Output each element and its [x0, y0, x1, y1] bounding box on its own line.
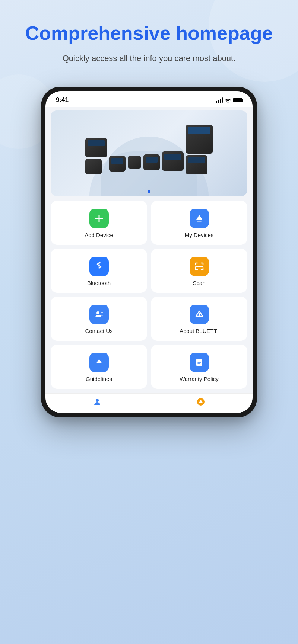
bluetooth-icon-wrap [89, 257, 109, 276]
scan-label: Scan [193, 280, 205, 286]
device-item [162, 151, 184, 171]
contact-us-button[interactable]: Contact Us [51, 297, 147, 341]
guidelines-button[interactable]: Guidelines [51, 345, 147, 389]
battery-icon [233, 98, 242, 102]
my-devices-button[interactable]: My Devices [151, 201, 247, 245]
product-banner[interactable] [51, 110, 247, 196]
guidelines-label: Guidelines [86, 376, 112, 382]
bluetti-icon [194, 309, 205, 320]
device-item [85, 159, 102, 174]
status-time: 9:41 [56, 96, 69, 104]
svg-point-10 [199, 315, 200, 316]
wifi-icon [225, 97, 231, 103]
svg-rect-13 [98, 366, 101, 366]
warranty-icon-wrap [190, 353, 209, 372]
svg-rect-12 [97, 365, 101, 365]
about-bluetti-label: About BLUETTI [180, 328, 219, 334]
svg-rect-2 [198, 222, 201, 222]
phone-mockup: 9:41 [41, 87, 257, 417]
about-bluetti-button[interactable]: About BLUETTI [151, 297, 247, 341]
plus-icon [94, 214, 104, 223]
contact-us-label: Contact Us [85, 328, 112, 334]
status-bar: 9:41 [45, 91, 253, 107]
device-stack-2 [186, 125, 213, 174]
scan-button[interactable]: Scan [151, 249, 247, 293]
guidelines-icon [94, 357, 104, 368]
contact-icon-wrap [89, 305, 109, 324]
device-item [143, 154, 160, 170]
svg-marker-11 [96, 359, 102, 363]
svg-rect-1 [197, 221, 202, 222]
devices-display [85, 125, 213, 182]
nav-bluetti-icon[interactable] [196, 397, 206, 407]
my-devices-label: My Devices [185, 232, 214, 238]
warranty-icon [194, 357, 205, 368]
guidelines-icon-wrap [89, 353, 109, 372]
status-icons [216, 97, 242, 103]
about-icon-wrap [190, 305, 209, 324]
svg-rect-7 [101, 315, 103, 316]
phone-screen: 9:41 [45, 91, 253, 413]
device-item [85, 138, 107, 157]
phone-wrapper: 9:41 [0, 76, 298, 417]
contact-icon [94, 309, 104, 320]
device-item [186, 125, 213, 154]
bottom-nav [45, 393, 253, 413]
warranty-policy-label: Warranty Policy [180, 376, 218, 382]
svg-rect-5 [101, 312, 103, 313]
add-device-button[interactable]: Add Device [51, 201, 147, 245]
signal-icon [216, 97, 223, 103]
warranty-policy-button[interactable]: Warranty Policy [151, 345, 247, 389]
devices-icon [194, 213, 205, 224]
carousel-dot [148, 190, 150, 193]
my-devices-icon-wrap [190, 209, 209, 228]
scan-icon-wrap [190, 257, 209, 276]
bluetooth-icon [94, 262, 104, 271]
scan-icon [194, 261, 205, 272]
bluetooth-button[interactable]: Bluetooth [51, 249, 147, 293]
hero-subtitle: Quickly access all the info you care mos… [52, 52, 246, 64]
menu-grid: Add Device My Devices [45, 196, 253, 393]
hero-section: Comprehensive homepage Quickly access al… [0, 0, 298, 76]
bluetooth-label: Bluetooth [87, 280, 111, 286]
device-item [109, 156, 126, 172]
add-device-icon-wrap [89, 209, 109, 228]
add-device-label: Add Device [85, 232, 113, 238]
svg-point-4 [96, 311, 99, 314]
svg-rect-6 [101, 314, 102, 314]
device-stack-1 [85, 138, 107, 174]
svg-marker-0 [196, 215, 202, 220]
device-item [186, 155, 207, 174]
device-item [128, 156, 141, 169]
hero-title: Comprehensive homepage [22, 22, 276, 45]
nav-home-icon[interactable] [92, 397, 102, 407]
svg-point-18 [96, 399, 99, 402]
